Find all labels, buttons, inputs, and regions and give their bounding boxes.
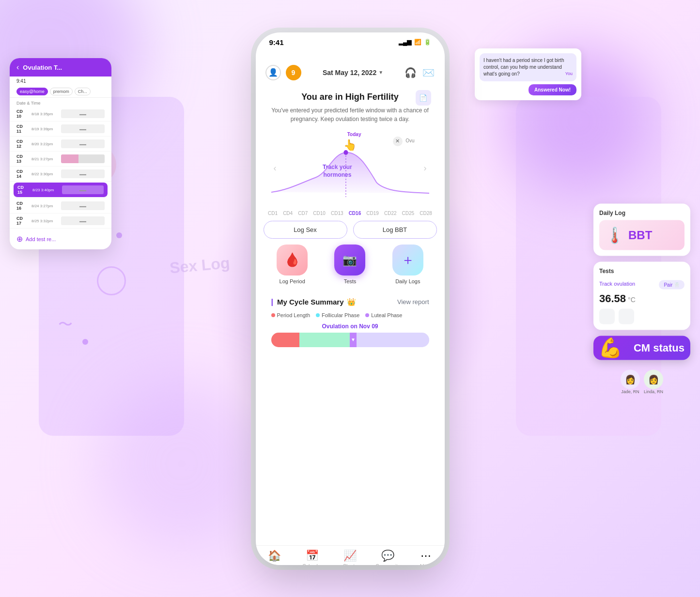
doctor-avatar-1: 👩 <box>621 369 640 389</box>
legend-period: Period Length <box>271 312 311 318</box>
status-bar: 9:41 ▂▄▆ 📶 🔋 <box>256 32 445 46</box>
test-strip-image: ▬▬ <box>61 109 105 118</box>
back-arrow-icon[interactable]: ‹ <box>16 63 19 72</box>
test-strip-image: ▬▬ <box>61 169 105 178</box>
track-ovulation-label[interactable]: Track ovulation <box>599 281 635 287</box>
legend-dot-cyan <box>316 313 320 317</box>
right-panels: Daily Log 🌡️ BBT Tests Track ovulation P… <box>593 203 690 394</box>
tests-icon: 📷 <box>334 245 365 276</box>
notification-badge[interactable]: 9 <box>286 65 301 80</box>
header-bar: 👤 9 Sat May 12, 2022 ▼ 🎧 ✉️ <box>256 61 445 84</box>
fertility-card: 📄 You are in High Fertility You've enter… <box>264 84 437 205</box>
legend-dot-red <box>271 313 275 317</box>
tests-panel: Tests Track ovulation Pair 🦷 36.58 °C <box>593 261 690 330</box>
log-sex-button[interactable]: Log Sex <box>264 221 347 239</box>
cycle-bar-luteal <box>357 333 429 347</box>
view-report-link[interactable]: View report <box>397 298 429 306</box>
bbt-card: 🌡️ BBT <box>599 220 684 250</box>
log-period-label: Log Period <box>280 278 305 284</box>
header-right-icons: 🎧 ✉️ <box>404 67 435 78</box>
crown-icon: 👑 <box>347 298 356 306</box>
test-row: CD 12 8/20 3:22pm ▬▬ <box>10 137 111 152</box>
nav-more-label: More <box>420 564 431 565</box>
test-row: CD 11 8/19 3:39pm ▬▬ <box>10 122 111 137</box>
bbt-label: BBT <box>628 228 652 242</box>
daily-logs-icon: ＋ <box>392 245 423 276</box>
document-button[interactable]: 📄 <box>416 90 431 106</box>
cd-label: CD7 <box>298 211 308 216</box>
nav-charts[interactable]: 📈 Charts <box>331 550 369 565</box>
chart-ovu-label: Ovu <box>405 138 414 143</box>
signal-icon: ▂▄▆ <box>399 39 412 46</box>
doctor-2: 👩 Linda, RN <box>644 369 663 394</box>
headset-icon[interactable]: 🎧 <box>404 67 417 78</box>
cd-label: CD1 <box>268 211 278 216</box>
add-test-button[interactable]: ⊕ Add test re... <box>10 229 111 249</box>
test-datetime: 8/23 3:40pm <box>32 188 59 192</box>
phone-container: 9:41 ▂▄▆ 📶 🔋 👤 9 Sat May 12, 2022 <box>256 32 445 565</box>
cd-labels-row: CD1 CD4 CD7 CD10 CD13 CD16 CD19 CD22 CD2… <box>256 210 445 217</box>
test-cd: CD 14 <box>16 169 29 179</box>
phone-notch <box>321 46 379 61</box>
test-cd: CD 15 <box>17 185 30 195</box>
test-cd: CD 12 <box>16 139 29 149</box>
brand-chip-other[interactable]: Ch... <box>75 88 91 95</box>
pair-bluetooth-button[interactable]: Pair 🦷 <box>659 280 684 289</box>
mail-icon[interactable]: ✉️ <box>422 67 435 78</box>
test-datetime: 8/22 3:30pm <box>31 172 58 176</box>
cycle-legend: Period Length Follicular Phase Luteal Ph… <box>271 312 429 318</box>
brand-chips: easy@home premom Ch... <box>10 86 111 98</box>
test-datetime: 8/20 3:22pm <box>31 142 58 146</box>
test-cd: CD 16 <box>16 201 29 211</box>
community-icon: 💬 <box>381 550 394 562</box>
action-buttons: Log Sex Log BBT <box>256 221 445 239</box>
legend-luteal: Luteal Phase <box>365 312 402 318</box>
cm-status-panel: 💪 CM status <box>593 336 690 360</box>
left-panel-header: ‹ Ovulation T... <box>10 58 111 77</box>
doctor-1: 👩 Jade, RN <box>621 369 640 394</box>
log-bbt-button[interactable]: Log BBT <box>353 221 437 239</box>
status-icons: ▂▄▆ 📶 🔋 <box>399 39 431 46</box>
test-row: CD 10 8/18 3:35pm ▬▬ <box>10 107 111 122</box>
test-datetime: 8/25 3:32pm <box>31 219 58 223</box>
cd-label: CD28 <box>420 211 432 216</box>
left-panel-title: Ovulation T... <box>23 64 62 71</box>
chat-panel: I haven't had a period since I got birth… <box>475 48 581 100</box>
hormone-chart[interactable]: Today Ovu ‹ › ✕ 👆 Track your hormones <box>271 129 429 197</box>
doctor-avatar-2: 👩 <box>644 369 663 389</box>
cd-label: CD10 <box>313 211 326 216</box>
cd-label: CD4 <box>283 211 293 216</box>
more-icon: ⋯ <box>420 550 431 562</box>
chat-message-bubble: I haven't had a period since I got birth… <box>480 53 576 81</box>
cd-label-active: CD16 <box>349 211 361 216</box>
test-strip-preview <box>599 308 615 324</box>
daily-logs-label: Daily Logs <box>395 278 420 284</box>
test-datetime: 8/21 3:27pm <box>31 157 58 161</box>
tests-action[interactable]: 📷 Tests <box>334 245 365 284</box>
date-selector[interactable]: Sat May 12, 2022 ▼ <box>323 69 383 77</box>
chart-today-label: Today <box>347 132 361 137</box>
daily-logs-action[interactable]: ＋ Daily Logs <box>392 245 423 284</box>
temperature-value: 36.58 <box>599 292 626 305</box>
phone-content: 👤 9 Sat May 12, 2022 ▼ 🎧 ✉️ 📄 You are in <box>256 61 445 565</box>
answered-now-button[interactable]: Answered Now! <box>529 84 576 95</box>
test-row: CD 16 8/24 3:27pm ▬▬ <box>10 199 111 214</box>
chart-close-button[interactable]: ✕ <box>393 137 403 146</box>
test-strip-image <box>61 154 105 163</box>
nav-community[interactable]: 💬 Community <box>369 550 407 565</box>
log-period-action[interactable]: 🩸 Log Period <box>277 245 308 284</box>
nav-home[interactable]: 🏠 Home <box>256 550 294 565</box>
cycle-summary-card: | My Cycle Summary 👑 View report Period … <box>264 290 437 355</box>
cycle-bar-period <box>271 333 300 347</box>
brand-chip-easyhome[interactable]: easy@home <box>16 88 48 95</box>
daily-log-panel: Daily Log 🌡️ BBT <box>593 203 690 256</box>
nav-more[interactable]: ⋯ More <box>407 550 445 565</box>
legend-dot-purple <box>365 313 369 317</box>
user-avatar[interactable]: 👤 <box>265 65 281 80</box>
brand-chip-premom[interactable]: premom <box>50 88 73 95</box>
nav-calendar[interactable]: 📅 Calendar <box>294 550 331 565</box>
doctor-name-2: Linda, RN <box>644 389 663 394</box>
home-icon: 🏠 <box>268 550 281 562</box>
phone-frame: 9:41 ▂▄▆ 📶 🔋 👤 9 Sat May 12, 2022 <box>256 32 445 565</box>
thermometer-icon: 🌡️ <box>605 226 624 244</box>
